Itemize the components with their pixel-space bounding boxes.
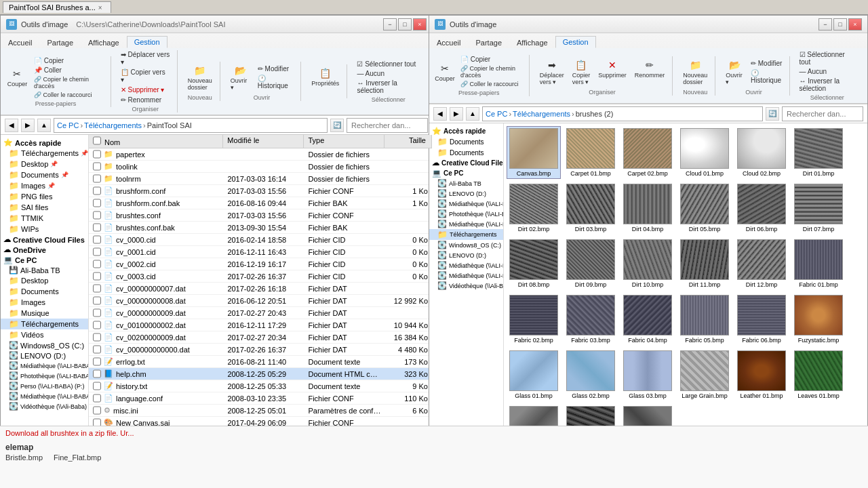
row-checkbox[interactable] bbox=[93, 308, 101, 317]
row-checkbox[interactable] bbox=[93, 394, 101, 403]
row-checkbox[interactable] bbox=[93, 369, 101, 378]
right-btn-renommer[interactable]: ✏ Renommer bbox=[631, 56, 669, 87]
right-sidebar-med-m2[interactable]: 💽 Médiathèque (\\ALI-BABA) (M:) bbox=[429, 260, 503, 270]
list-item[interactable]: Cloud 02.bmp bbox=[734, 126, 789, 179]
row-checkbox[interactable] bbox=[93, 272, 101, 281]
row-checkbox[interactable] bbox=[93, 321, 101, 329]
table-row[interactable]: 📄 cv_0000.cid 2016-02-14 18:58 Fichier C… bbox=[89, 234, 432, 246]
right-btn-tout[interactable]: ☑ Sélectionner tout bbox=[797, 50, 858, 66]
sidebar-item-med-m[interactable]: 💽 Médiathèque (\\ALI-BABA) (M:) bbox=[1, 361, 88, 371]
right-sidebar-winc[interactable]: 💽 Windows8_OS (C:) bbox=[429, 240, 503, 250]
left-btn-nouveau-dossier[interactable]: 📁 Nouveaudossier bbox=[184, 62, 216, 93]
left-tab-gestion[interactable]: Gestion bbox=[127, 36, 167, 48]
row-checkbox[interactable] bbox=[93, 382, 101, 390]
right-sidebar-accueil[interactable]: ⭐ Accès rapide bbox=[429, 126, 503, 136]
right-sidebar-telecharger[interactable]: 📁 Téléchargements bbox=[429, 229, 503, 240]
browser-tab[interactable]: PaintTool SAI Brushes a... × bbox=[3, 1, 111, 13]
right-sidebar-photo-o[interactable]: 💽 Photothèque (\\ALI-BABA) (O:) bbox=[429, 209, 503, 219]
col-header-nom[interactable]: Nom bbox=[89, 135, 223, 148]
table-row[interactable]: 📄 brushform.conf.bak 2016-08-16 09:44 Fi… bbox=[89, 197, 432, 209]
left-btn-coller-raccourci[interactable]: 🔗 Coller le raccourci bbox=[31, 91, 106, 99]
right-sidebar-docs2[interactable]: 📁 Documents bbox=[429, 147, 503, 158]
right-btn-coller-raccourci[interactable]: 🔗 Coller le raccourci bbox=[458, 80, 525, 88]
left-up-btn[interactable]: ▲ bbox=[37, 119, 51, 132]
list-item[interactable]: bmp1 bbox=[507, 404, 561, 426]
right-btn-historique[interactable]: 🕐 Historique bbox=[748, 68, 785, 85]
list-item[interactable]: Dirt 04.bmp bbox=[620, 182, 675, 235]
right-tab-affichage[interactable]: Affichage bbox=[509, 37, 555, 48]
left-tab-partage[interactable]: Partage bbox=[39, 37, 81, 48]
row-checkbox[interactable] bbox=[93, 150, 101, 159]
sidebar-item-documents2[interactable]: 📁 Documents bbox=[1, 286, 88, 297]
table-row[interactable]: 📄 cv_0003.cid 2017-02-26 16:37 Fichier C… bbox=[89, 270, 432, 283]
list-item[interactable]: bmp2 bbox=[564, 404, 618, 426]
table-row[interactable]: 📁 toolink Dossier de fichiers bbox=[89, 161, 432, 173]
sidebar-item-videos[interactable]: 📁 Vidéos bbox=[1, 329, 88, 340]
list-item[interactable]: Dirt 03.bmp bbox=[564, 182, 618, 235]
row-checkbox[interactable] bbox=[93, 223, 101, 232]
row-checkbox[interactable] bbox=[93, 333, 101, 342]
list-item[interactable]: Fabric 02.bmp bbox=[507, 293, 561, 346]
right-btn-copier-vers[interactable]: 📋 Copiervers ▾ bbox=[569, 56, 594, 87]
list-item[interactable]: Glass 02.bmp bbox=[564, 348, 618, 401]
row-checkbox[interactable] bbox=[93, 199, 101, 207]
browser-tab-close[interactable]: × bbox=[98, 4, 102, 12]
table-row[interactable]: 📄 cv_00100000002.dat 2016-12-11 17:29 Fi… bbox=[89, 319, 432, 331]
right-btn-nouveau-dossier[interactable]: 📁 Nouveaudossier bbox=[679, 56, 711, 87]
right-sidebar-alibaba[interactable]: 💽 Ali-Baba TB bbox=[429, 178, 503, 188]
left-minimize-btn[interactable]: − bbox=[383, 18, 397, 30]
left-btn-coller[interactable]: 📌 Coller bbox=[31, 66, 106, 75]
right-btn-copier-chemin[interactable]: 🔗 Copier le chemin d'accès bbox=[458, 64, 525, 79]
sidebar-item-winc[interactable]: 💽 Windows8_OS (C:) bbox=[1, 340, 88, 350]
row-checkbox[interactable] bbox=[93, 345, 101, 354]
right-tab-accueil[interactable]: Accueil bbox=[429, 37, 468, 48]
list-item[interactable]: Dirt 01.bmp bbox=[791, 126, 846, 179]
list-item[interactable]: Canvas.bmp bbox=[507, 126, 561, 179]
left-btn-copier-vers[interactable]: 📋 Copier vers ▾ bbox=[118, 68, 173, 84]
table-row[interactable]: ⚙ misc.ini 2008-12-25 05:01 Paramètres d… bbox=[89, 405, 432, 417]
list-item[interactable]: Fabric 05.bmp bbox=[677, 293, 732, 346]
sidebar-item-musique[interactable]: 📁 Musique bbox=[1, 308, 88, 319]
sidebar-item-images2[interactable]: 📁 Images bbox=[1, 297, 88, 308]
row-checkbox[interactable] bbox=[93, 211, 101, 220]
sidebar-item-onedrive[interactable]: ☁ OneDrive bbox=[1, 245, 88, 255]
sidebar-item-photo-o[interactable]: 💽 Photothèque (\\ALI-BABA) (O:) bbox=[1, 371, 88, 381]
list-item[interactable]: Dirt 10.bmp bbox=[620, 237, 675, 290]
right-refresh-btn[interactable]: 🔄 bbox=[766, 107, 779, 121]
row-checkbox[interactable] bbox=[93, 296, 101, 305]
list-item[interactable]: Fabric 06.bmp bbox=[734, 293, 789, 346]
table-row[interactable]: 📄 cv_00000000009.dat 2017-02-27 20:43 Fi… bbox=[89, 307, 432, 319]
sidebar-item-desktop[interactable]: 📁 Desktop 📌 bbox=[1, 159, 88, 169]
sidebar-item-telecharger[interactable]: 📁 Téléchargements 📌 bbox=[1, 148, 88, 159]
left-btn-proprietes[interactable]: 📋 Propriétés bbox=[308, 64, 342, 89]
right-btn-ouvrir[interactable]: 📂 Ouvrir ▾ bbox=[722, 56, 747, 87]
sidebar-item-creative-cloud[interactable]: ☁ Creative Cloud Files bbox=[1, 235, 88, 245]
table-row[interactable]: 📄 cv_00000000008.dat 2016-06-12 20:51 Fi… bbox=[89, 295, 432, 307]
sidebar-item-med-y[interactable]: 💽 Médiathèque (\\ALI-BABA) (Y:) bbox=[1, 391, 88, 401]
list-item[interactable]: Fuzystatic.bmp bbox=[791, 293, 846, 346]
right-sidebar-video-z[interactable]: 💽 Vidéothèque (\\Ali-Baba) (Z:) bbox=[429, 281, 503, 291]
list-item[interactable]: Dirt 07.bmp bbox=[791, 182, 846, 235]
right-btn-deplacer[interactable]: ➡ Déplacervers ▾ bbox=[536, 56, 568, 87]
left-tab-affichage[interactable]: Affichage bbox=[81, 37, 127, 48]
right-sidebar-med-m[interactable]: 💽 Médiathèque (\\ALI-BABA) (M:) bbox=[429, 199, 503, 209]
table-row[interactable]: 📄 cv_000000000000.dat 2017-02-26 16:37 F… bbox=[89, 344, 432, 356]
sidebar-item-cepc[interactable]: 💻 Ce PC bbox=[1, 255, 88, 265]
right-sidebar-lenovod[interactable]: 💽 LENOVO (D:) bbox=[429, 188, 503, 199]
right-close-btn[interactable]: × bbox=[848, 18, 862, 30]
left-btn-tout[interactable]: ☑ Sélectionner tout bbox=[354, 60, 422, 68]
sidebar-item-wips[interactable]: 📁 WIPs bbox=[1, 224, 88, 235]
left-bc-downloads[interactable]: Téléchargements bbox=[84, 121, 142, 129]
left-forward-btn[interactable]: ▶ bbox=[21, 119, 35, 132]
right-btn-copier[interactable]: 📄 Copier bbox=[458, 55, 525, 64]
left-close-btn[interactable]: × bbox=[413, 18, 427, 30]
list-item[interactable]: Glass 03.bmp bbox=[620, 348, 675, 401]
row-checkbox[interactable] bbox=[93, 235, 101, 244]
right-btn-couper[interactable]: ✂ Couper bbox=[433, 60, 456, 84]
list-item[interactable]: Leaves 01.bmp bbox=[791, 348, 846, 401]
right-search-input[interactable] bbox=[782, 106, 863, 121]
left-btn-deplacer[interactable]: ➡ Déplacer vers ▾ bbox=[118, 50, 173, 66]
right-sidebar-med-y[interactable]: 💽 Médiathèque (\\ALI-BABA) (Y:) bbox=[429, 219, 503, 229]
right-btn-modifier[interactable]: ✏ Modifier bbox=[748, 59, 785, 68]
right-forward-btn[interactable]: ▶ bbox=[450, 107, 463, 121]
